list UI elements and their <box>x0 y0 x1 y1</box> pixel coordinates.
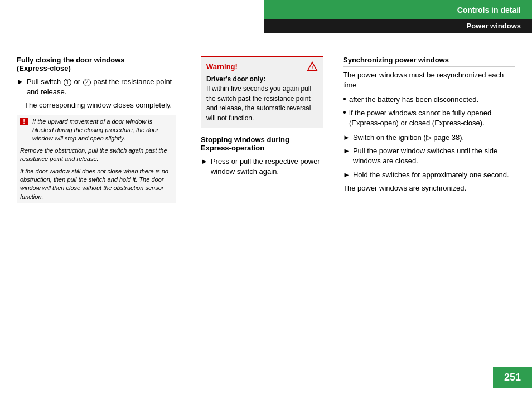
warning-triangle-icon: ! <box>307 61 318 71</box>
right-dot-1-text: after the battery has been disconnected. <box>349 95 478 105</box>
notice-icon-1: ! <box>20 118 28 125</box>
right-arrow-3: ► Hold the switches for approximately on… <box>343 170 515 180</box>
warning-box: Warning! ! Driver's door only: If within… <box>201 56 323 128</box>
right-arrow-2: ► Pull the power window switches until t… <box>343 146 515 166</box>
notice-text-1: If the upward movement of a door window … <box>32 118 172 143</box>
header-top: Controls in detail <box>264 0 532 19</box>
warning-title: Warning! ! <box>206 61 318 71</box>
main-content: Fully closing the door windows (Express-… <box>0 45 532 366</box>
notice-text-3: If the door window still does not close … <box>20 167 172 202</box>
right-dot-2-text: if the power windows cannot be fully ope… <box>349 108 515 128</box>
mid-bullet-1-text: Press or pull the respective power windo… <box>211 157 323 177</box>
notice-box-1: ! If the upward movement of a door windo… <box>17 115 176 204</box>
right-arrow-icon-1: ► <box>343 133 350 142</box>
left-sub-text-1: The corresponding window closes complete… <box>25 100 176 110</box>
chapter-title: Controls in detail <box>457 6 521 14</box>
right-arrow-icon-3: ► <box>343 171 350 179</box>
arrow-icon: ► <box>17 77 24 86</box>
right-dot-1: after the battery has been disconnected. <box>343 95 515 105</box>
svg-text:!: ! <box>312 65 313 70</box>
right-outro: The power windows are synchronized. <box>343 183 515 193</box>
warning-body: Driver's door only: If within five secon… <box>206 75 318 123</box>
right-arrow-2-text: Pull the power window switches until the… <box>353 146 515 166</box>
header: Controls in detail Power windows <box>264 0 532 33</box>
dot-icon-1 <box>343 98 346 100</box>
section-title: Power windows <box>466 22 521 30</box>
right-arrow-3-text: Hold the switches for approximately one … <box>353 170 509 180</box>
page-number: 251 <box>493 367 532 388</box>
left-section-title: Fully closing the door windows (Express-… <box>17 56 176 72</box>
right-section-title: Synchronizing power windows <box>343 56 515 67</box>
mid-section-title: Stopping windows during Express-operatio… <box>201 135 323 152</box>
right-intro: The power windows must be resynchronized… <box>343 70 515 90</box>
left-bullet-1-text: Pull switch 1 or 2 past the resistance p… <box>27 77 176 97</box>
header-bottom: Power windows <box>264 19 532 33</box>
left-bullet-1: ► Pull switch 1 or 2 past the resistance… <box>17 77 176 97</box>
right-arrow-1-text: Switch on the ignition (▷ page 38). <box>353 133 464 143</box>
right-arrow-icon-2: ► <box>343 147 350 155</box>
right-arrow-1: ► Switch on the ignition (▷ page 38). <box>343 133 515 143</box>
mid-column: Warning! ! Driver's door only: If within… <box>195 56 329 354</box>
right-dot-2: if the power windows cannot be fully ope… <box>343 108 515 128</box>
dot-icon-2 <box>343 111 346 114</box>
mid-arrow-icon: ► <box>201 157 208 166</box>
notice-text-2: Remove the obstruction, pull the switch … <box>20 147 172 164</box>
mid-bullet-1: ► Press or pull the respective power win… <box>201 157 323 177</box>
left-column: Fully closing the door windows (Express-… <box>17 56 184 354</box>
right-column: Synchronizing power windows The power wi… <box>340 56 515 354</box>
